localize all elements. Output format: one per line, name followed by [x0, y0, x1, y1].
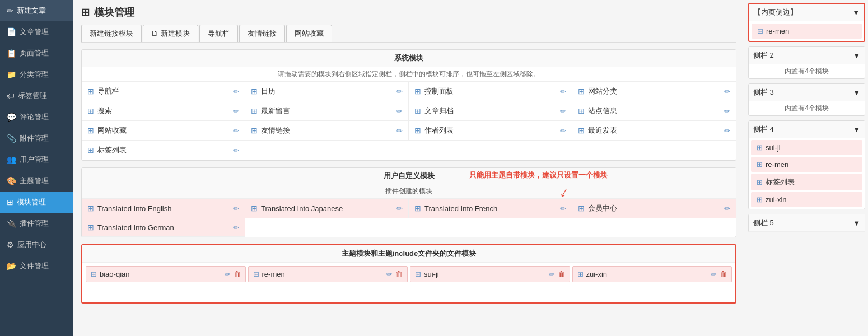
sidebar-item-users[interactable]: 👥 用户管理 [0, 149, 73, 170]
sidebar-item-category[interactable]: 📁 分类管理 [0, 64, 73, 85]
module-item-site-category[interactable]: ⊞ 网站分类 ✏ [572, 82, 736, 101]
edit-icon[interactable]: ✏ [396, 127, 403, 135]
chevron-down-icon: ▼ [853, 125, 860, 134]
edit-icon[interactable]: ✏ [396, 87, 403, 96]
module-item-calendar[interactable]: ⊞ 日历 ✏ [245, 82, 409, 101]
delete-icon[interactable]: 🗑 [558, 270, 565, 278]
module-item-icon: ⊞ [251, 106, 258, 115]
module-item-translated-english[interactable]: ⊞ Translated Into English ✏ [82, 199, 245, 218]
sidebar-item-icon: ⊞ [757, 143, 763, 152]
sidebar-item-comments[interactable]: 💬 评论管理 [0, 106, 73, 128]
sidebar-item-files[interactable]: 📂 文件管理 [0, 255, 73, 277]
edit-icon[interactable]: ✏ [724, 107, 730, 115]
right-sidebar-5: 侧栏 5 ▼ [748, 214, 865, 232]
module-item-recent[interactable]: ⊞ 最近发表 ✏ [572, 121, 736, 141]
edit-icon[interactable]: ✏ [233, 223, 239, 232]
module-item-tag-list[interactable]: ⊞ 标签列表 ✏ [82, 141, 245, 160]
edit-icon[interactable]: ✏ [549, 270, 555, 278]
tab-bar: 新建链接模块 🗋新建模块 导航栏 友情链接 网站收藏 [81, 25, 736, 43]
module-item-translated-japanese[interactable]: ⊞ Translated Into Japanese ✏ [245, 199, 409, 218]
delete-icon[interactable]: 🗑 [720, 270, 727, 278]
module-item-translated-french[interactable]: ⊞ Translated Into French ✏ [409, 199, 572, 218]
sidebar-1-header[interactable]: 【内页侧边】 ▼ [749, 4, 864, 21]
module-item-links[interactable]: ⊞ 友情链接 ✏ [245, 121, 409, 141]
edit-icon[interactable]: ✏ [724, 87, 730, 96]
user-module-area: 用户自定义模块 插件创建的模块 ⊞ Translated Into Englis… [81, 167, 736, 237]
sidebar-item-attachments[interactable]: 📎 附件管理 [0, 128, 73, 149]
edit-icon[interactable]: ✏ [724, 204, 730, 213]
sidebar-item-article-manage[interactable]: 📄 文章管理 [0, 21, 73, 43]
tab-favorites[interactable]: 网站收藏 [286, 25, 332, 42]
delete-icon[interactable]: 🗑 [395, 270, 403, 278]
module-item-icon: ⊞ [414, 126, 421, 135]
sidebar-4-header[interactable]: 侧栏 4 ▼ [749, 121, 865, 138]
edit-icon[interactable]: ✏ [233, 204, 239, 213]
edit-icon[interactable]: ✏ [711, 270, 717, 278]
module-item-icon: ⊞ [87, 106, 94, 115]
module-item-site-favorites[interactable]: ⊞ 网站收藏 ✏ [82, 121, 245, 141]
module-item-icon: ⊞ [578, 87, 585, 96]
delete-icon[interactable]: 🗑 [234, 270, 241, 278]
sidebar-4-title: 侧栏 4 [753, 124, 774, 134]
chevron-down-icon: ▼ [853, 219, 860, 227]
module-item-icon: ⊞ [87, 223, 94, 232]
sidebar-item-page-manage[interactable]: 📋 页面管理 [0, 43, 73, 64]
modules-icon: ⊞ [7, 198, 13, 207]
module-item-icon: ⊞ [251, 87, 258, 96]
tab-navbar[interactable]: 导航栏 [199, 25, 238, 42]
tab-friendship-links[interactable]: 友情链接 [239, 25, 285, 42]
users-icon: 👥 [7, 155, 16, 164]
edit-icon[interactable]: ✏ [386, 270, 393, 278]
module-item-member-center[interactable]: ⊞ 会员中心 ✏ [572, 199, 736, 218]
right-sidebar-2: 侧栏 2 ▼ 内置有4个模块 [748, 46, 865, 79]
sidebar-item-label: 应用中心 [17, 240, 46, 250]
edit-icon[interactable]: ✏ [560, 127, 566, 135]
tab-new-link-module[interactable]: 新建链接模块 [81, 25, 142, 42]
module-item-icon: ⊞ [87, 126, 94, 135]
module-item-icon: ⊞ [578, 204, 585, 213]
module-item-navbar[interactable]: ⊞ 导航栏 ✏ [82, 82, 245, 101]
new-module-icon: 🗋 [151, 29, 158, 38]
edit-icon[interactable]: ✏ [233, 127, 239, 135]
edit-icon[interactable]: ✏ [233, 87, 239, 96]
article-manage-icon: 📄 [7, 27, 16, 36]
edit-icon[interactable]: ✏ [560, 87, 566, 96]
sidebar-item-new-article[interactable]: ✏ 新建文章 [0, 0, 73, 21]
edit-icon[interactable]: ✏ [396, 107, 403, 115]
edit-icon[interactable]: ✏ [396, 204, 403, 213]
sidebar-item-themes[interactable]: 🎨 主题管理 [0, 170, 73, 192]
edit-icon[interactable]: ✏ [225, 270, 231, 278]
sidebar-4-item-zui-xin: ⊞ zui-xin [751, 192, 862, 207]
module-item-author-list[interactable]: ⊞ 作者列表 ✏ [409, 121, 572, 141]
theme-module-icon: ⊞ [91, 270, 97, 278]
sidebar-item-label: 主题管理 [20, 176, 49, 186]
edit-icon[interactable]: ✏ [560, 107, 566, 115]
sidebar-item-label: 分类管理 [20, 69, 49, 80]
module-item-article-archive[interactable]: ⊞ 文章归档 ✏ [409, 101, 572, 121]
sidebar-item-label: 附件管理 [20, 133, 49, 143]
page-title-icon: ⊞ [81, 6, 90, 18]
module-item-translated-german[interactable]: ⊞ Translated Into German ✏ [82, 218, 245, 237]
sidebar-5-header[interactable]: 侧栏 5 ▼ [749, 214, 865, 232]
sidebar-2-note: 内置有4个模块 [749, 64, 865, 78]
module-item-control-panel[interactable]: ⊞ 控制面板 ✏ [409, 82, 572, 101]
sidebar-item-modules[interactable]: ⊞ 模块管理 [0, 192, 73, 213]
edit-icon[interactable]: ✏ [560, 204, 566, 213]
module-item-latest-comments[interactable]: ⊞ 最新留言 ✏ [245, 101, 409, 121]
edit-icon[interactable]: ✏ [233, 107, 239, 115]
sidebar-item-tags[interactable]: 🏷 标签管理 [0, 85, 73, 106]
tab-new-module[interactable]: 🗋新建模块 [143, 25, 198, 42]
edit-icon[interactable]: ✏ [233, 146, 239, 155]
sidebar-item-plugins[interactable]: 🔌 插件管理 [0, 213, 73, 234]
sidebar-item-app-center[interactable]: ⚙ 应用中心 [0, 234, 73, 255]
module-item-search[interactable]: ⊞ 搜索 ✏ [82, 101, 245, 121]
sidebar-3-header[interactable]: 侧栏 3 ▼ [749, 84, 865, 101]
edit-icon[interactable]: ✏ [724, 127, 730, 135]
theme-module-icon: ⊞ [253, 270, 259, 278]
theme-item-biao-qian: ⊞ biao-qian ✏ 🗑 [86, 266, 246, 282]
sidebar-2-header[interactable]: 侧栏 2 ▼ [749, 47, 865, 64]
module-item-site-info[interactable]: ⊞ 站点信息 ✏ [572, 101, 736, 121]
sidebar-item-icon: ⊞ [757, 195, 763, 204]
sidebar-4-item-re-men: ⊞ re-men [751, 157, 862, 172]
module-item-icon: ⊞ [87, 87, 94, 96]
